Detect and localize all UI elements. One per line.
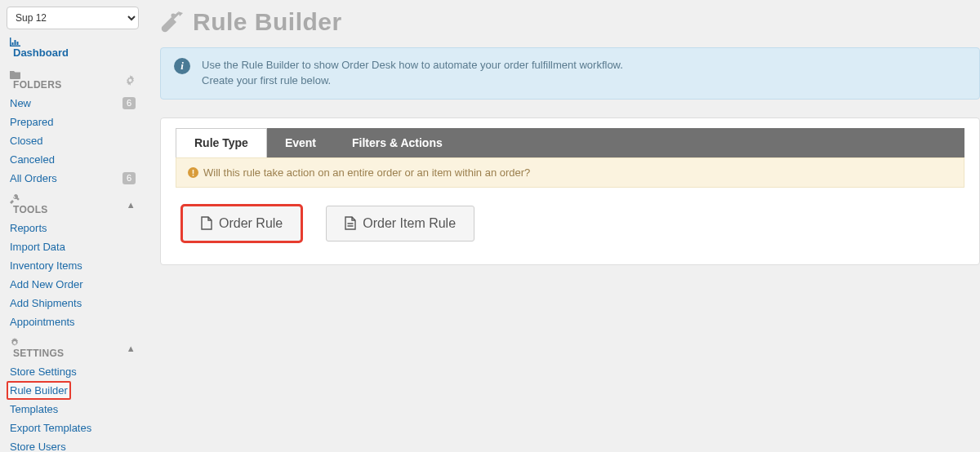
hint-text: Will this rule take action on an entire … bbox=[203, 166, 530, 179]
sidebar: Sup 12 Dashboard FOLDERS New 6 Prepared … bbox=[0, 0, 145, 452]
sidebar-item-label: Reports bbox=[10, 222, 47, 234]
file-icon bbox=[345, 216, 356, 230]
svg-rect-2 bbox=[193, 170, 194, 174]
sidebar-item-label: Rule Builder bbox=[7, 381, 71, 400]
rule-buttons-row: Order Rule Order Item Rule bbox=[176, 188, 964, 242]
gear-icon[interactable] bbox=[125, 75, 136, 86]
order-item-rule-button[interactable]: Order Item Rule bbox=[326, 206, 474, 242]
tab-label: Filters & Actions bbox=[352, 136, 443, 149]
page-title: Rule Builder bbox=[160, 8, 980, 36]
sidebar-item-templates[interactable]: Templates bbox=[7, 400, 139, 419]
store-selector[interactable]: Sup 12 bbox=[7, 7, 139, 29]
info-icon: i bbox=[174, 58, 190, 74]
count-badge: 6 bbox=[122, 97, 136, 109]
folder-icon bbox=[10, 70, 61, 79]
file-icon bbox=[201, 216, 212, 230]
sidebar-item-inventory-items[interactable]: Inventory Items bbox=[7, 256, 139, 275]
tab-label: Rule Type bbox=[194, 136, 248, 149]
main-content: Rule Builder i Use the Rule Builder to s… bbox=[145, 0, 980, 265]
rule-panel: Rule Type Event Filters & Actions Will t… bbox=[160, 117, 980, 265]
tab-rule-type[interactable]: Rule Type bbox=[176, 128, 267, 157]
sidebar-item-label: Inventory Items bbox=[10, 259, 82, 272]
caret-up-icon: ▲ bbox=[127, 343, 136, 353]
sidebar-item-store-users[interactable]: Store Users bbox=[7, 437, 139, 452]
folders-title: FOLDERS bbox=[13, 79, 61, 91]
sidebar-item-label: Store Users bbox=[10, 441, 66, 452]
sidebar-item-import-data[interactable]: Import Data bbox=[7, 237, 139, 256]
svg-rect-3 bbox=[193, 175, 194, 176]
tools-icon bbox=[160, 10, 185, 34]
page-title-text: Rule Builder bbox=[193, 8, 342, 36]
folders-header[interactable]: FOLDERS bbox=[7, 64, 139, 94]
order-rule-button[interactable]: Order Rule bbox=[182, 206, 301, 242]
dashboard-label: Dashboard bbox=[13, 47, 69, 59]
sidebar-item-label: New bbox=[10, 97, 31, 109]
count-badge: 6 bbox=[122, 172, 136, 184]
sidebar-item-export-templates[interactable]: Export Templates bbox=[7, 419, 139, 437]
settings-header[interactable]: SETTINGS ▲ bbox=[7, 331, 139, 362]
caret-up-icon: ▲ bbox=[127, 200, 136, 210]
button-label: Order Item Rule bbox=[363, 216, 456, 231]
tab-filters-actions[interactable]: Filters & Actions bbox=[334, 128, 461, 157]
sidebar-item-reports[interactable]: Reports bbox=[7, 219, 139, 237]
bar-chart-icon bbox=[10, 38, 137, 47]
sidebar-item-canceled[interactable]: Canceled bbox=[7, 150, 139, 169]
tab-label: Event bbox=[285, 136, 316, 149]
hint-banner: Will this rule take action on an entire … bbox=[176, 157, 964, 188]
sidebar-item-label: Export Templates bbox=[10, 422, 91, 434]
sidebar-item-label: Prepared bbox=[10, 116, 53, 128]
settings-title: SETTINGS bbox=[13, 348, 64, 359]
sidebar-item-label: Templates bbox=[10, 403, 58, 415]
sidebar-item-label: Add New Order bbox=[10, 278, 83, 290]
sidebar-item-label: Canceled bbox=[10, 153, 55, 166]
sidebar-item-appointments[interactable]: Appointments bbox=[7, 312, 139, 331]
tab-bar: Rule Type Event Filters & Actions bbox=[176, 128, 964, 157]
sidebar-item-add-new-order[interactable]: Add New Order bbox=[7, 275, 139, 294]
tools-title: TOOLS bbox=[13, 204, 48, 215]
info-banner: i Use the Rule Builder to show Order Des… bbox=[160, 47, 980, 100]
sidebar-item-add-shipments[interactable]: Add Shipments bbox=[7, 294, 139, 312]
sidebar-item-all-orders[interactable]: All Orders 6 bbox=[7, 169, 139, 188]
sidebar-item-label: Appointments bbox=[10, 316, 75, 328]
sidebar-item-label: All Orders bbox=[10, 172, 57, 184]
dashboard-link[interactable]: Dashboard bbox=[10, 38, 137, 59]
sidebar-item-label: Import Data bbox=[10, 241, 65, 253]
sidebar-item-store-settings[interactable]: Store Settings bbox=[7, 362, 139, 381]
sidebar-item-label: Store Settings bbox=[10, 366, 77, 378]
wrench-icon bbox=[10, 194, 48, 204]
info-line-2: Create your first rule below. bbox=[202, 73, 623, 89]
sidebar-item-rule-builder[interactable]: Rule Builder bbox=[7, 381, 139, 400]
sidebar-item-prepared[interactable]: Prepared bbox=[7, 113, 139, 131]
cog-icon bbox=[10, 338, 64, 348]
tab-event[interactable]: Event bbox=[267, 128, 334, 157]
button-label: Order Rule bbox=[219, 216, 283, 231]
sidebar-item-label: Add Shipments bbox=[10, 297, 82, 309]
sidebar-item-label: Closed bbox=[10, 135, 42, 147]
sidebar-item-new[interactable]: New 6 bbox=[7, 94, 139, 113]
warning-icon bbox=[188, 167, 198, 178]
tools-header[interactable]: TOOLS ▲ bbox=[7, 188, 139, 219]
sidebar-item-closed[interactable]: Closed bbox=[7, 131, 139, 150]
info-line-1: Use the Rule Builder to show Order Desk … bbox=[202, 58, 623, 73]
